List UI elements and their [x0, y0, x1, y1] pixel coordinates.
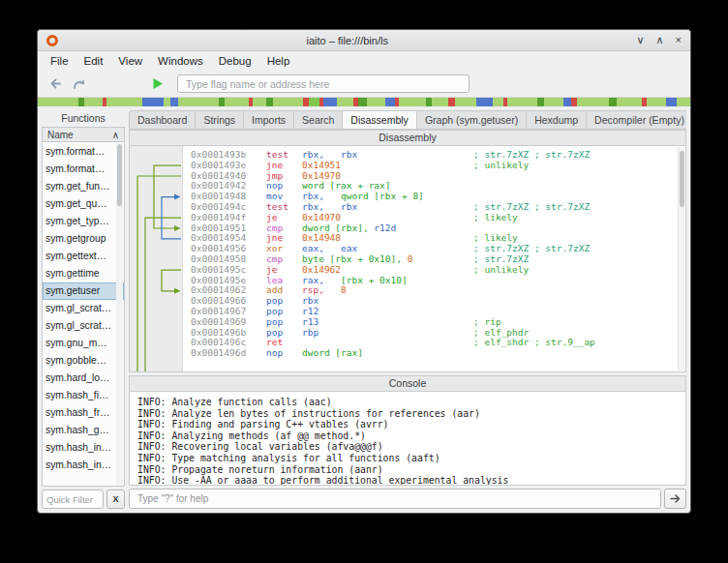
- seekbar-segment[interactable]: [164, 98, 170, 106]
- function-list-item[interactable]: sym.hash_fr…: [43, 404, 124, 422]
- play-icon[interactable]: [150, 76, 165, 91]
- functions-scrollbar-thumb[interactable]: [117, 144, 122, 206]
- disasm-row[interactable]: 0x00014951cmpdword [rbx], r12d: [191, 223, 685, 234]
- titlebar[interactable]: iaito – file:///bin/ls ∨ ∧ ×: [38, 30, 690, 51]
- seekbar-segment[interactable]: [577, 98, 610, 106]
- disasm-row[interactable]: 0x00014954jne0x14948; likely: [191, 233, 685, 244]
- seekbar-segment[interactable]: [170, 98, 178, 106]
- seekbar[interactable]: [38, 97, 690, 106]
- seekbar-segment[interactable]: [432, 98, 448, 106]
- seekbar-segment[interactable]: [563, 98, 571, 106]
- function-list-item[interactable]: sym.format…: [43, 161, 124, 178]
- seekbar-segment[interactable]: [666, 98, 677, 106]
- quick-filter-clear-button[interactable]: X: [106, 489, 125, 509]
- seekbar-segment[interactable]: [266, 98, 273, 106]
- back-arrow-icon[interactable]: [47, 75, 64, 92]
- seekbar-segment[interactable]: [358, 98, 366, 106]
- disasm-row[interactable]: 0x00014956xoreax, eax; str.7zXZ ; str.7z…: [191, 244, 685, 254]
- seekbar-segment[interactable]: [367, 98, 386, 106]
- seekbar-segment[interactable]: [476, 98, 493, 106]
- disasm-row[interactable]: 0x0001493ejne0x14951; unlikely: [191, 161, 685, 171]
- command-input[interactable]: [129, 489, 661, 509]
- seekbar-segment[interactable]: [309, 98, 319, 106]
- function-list-item[interactable]: sym.gnu_m…: [43, 335, 124, 352]
- disasm-row[interactable]: 0x0001495cje0x14962; unlikely: [191, 265, 685, 276]
- disasm-row[interactable]: 0x00014958cmpbyte [rbx + 0x10], 0; str.7…: [191, 254, 685, 265]
- menu-item-edit[interactable]: Edit: [76, 53, 111, 69]
- seekbar-segment[interactable]: [253, 98, 266, 106]
- minimize-icon[interactable]: ∨: [636, 35, 644, 45]
- maximize-icon[interactable]: ∧: [656, 35, 664, 45]
- forward-arrow-icon[interactable]: [71, 75, 87, 92]
- search-input[interactable]: [177, 74, 470, 93]
- function-list-item[interactable]: sym.get_typ…: [43, 213, 124, 230]
- disasm-row[interactable]: 0x00014942nopword [rax + rax]: [191, 181, 685, 192]
- function-list-item[interactable]: sym.hash_in…: [43, 457, 124, 474]
- seekbar-segment[interactable]: [84, 98, 104, 106]
- function-list-item[interactable]: sym.getuser: [43, 282, 124, 300]
- function-list-item[interactable]: sym.gobble…: [43, 352, 124, 370]
- disasm-row[interactable]: 0x0001496bpoprbp; elf_phdr: [191, 328, 685, 339]
- seekbar-segment[interactable]: [399, 98, 426, 106]
- function-list-item[interactable]: sym.getgroup: [43, 230, 124, 248]
- seekbar-segment[interactable]: [38, 98, 78, 106]
- function-list-item[interactable]: sym.get_fun…: [43, 178, 124, 195]
- tab-imports[interactable]: Imports: [244, 110, 294, 130]
- function-list-item[interactable]: sym.gl_scrat…: [43, 300, 124, 317]
- tab-strings[interactable]: Strings: [196, 110, 244, 130]
- seekbar-segment[interactable]: [323, 98, 337, 106]
- disasm-row[interactable]: 0x0001494ctestrbx, rbx; str.7zXZ ; str.7…: [191, 202, 685, 213]
- quick-filter-input[interactable]: [42, 489, 104, 509]
- disasm-row[interactable]: 0x0001496dnopdword [rax]: [191, 348, 685, 359]
- function-list-item[interactable]: sym.hash_fi…: [43, 387, 124, 404]
- seekbar-segment[interactable]: [142, 98, 164, 106]
- tab-decompiler-empty[interactable]: Decompiler (Empty): [587, 110, 686, 130]
- seekbar-segment[interactable]: [106, 98, 141, 106]
- disasm-row[interactable]: 0x0001494fje0x14970; likely: [191, 213, 685, 223]
- menu-item-view[interactable]: View: [110, 53, 150, 69]
- seekbar-segment[interactable]: [455, 98, 476, 106]
- functions-column-header[interactable]: Name ∧: [42, 127, 125, 142]
- disasm-row[interactable]: 0x00014962addrsp, 8: [191, 285, 685, 296]
- seekbar-segment[interactable]: [507, 98, 537, 106]
- menu-item-debug[interactable]: Debug: [211, 53, 259, 69]
- function-list-item[interactable]: sym.hash_in…: [43, 439, 124, 457]
- close-icon[interactable]: ×: [676, 35, 682, 45]
- disasm-row[interactable]: 0x0001496cret; elf_shdr ; str.9__ap: [191, 338, 685, 348]
- tab-hexdump[interactable]: Hexdump: [527, 110, 587, 130]
- menu-item-file[interactable]: File: [43, 53, 76, 69]
- seekbar-segment[interactable]: [337, 98, 353, 106]
- disasm-row[interactable]: 0x00014948movrbx, qword [rbx + 8]: [191, 192, 685, 202]
- disasm-row[interactable]: 0x0001493btestrbx, rbx; str.7zXZ ; str.7…: [191, 150, 685, 161]
- seekbar-segment[interactable]: [609, 98, 617, 106]
- disasm-row[interactable]: 0x00014967popr12: [191, 307, 685, 317]
- function-list-item[interactable]: sym.gettext…: [43, 248, 124, 265]
- console-panel-title[interactable]: Console: [129, 375, 686, 392]
- disasm-row[interactable]: 0x0001495elearax, [rbx + 0x10]: [191, 276, 685, 286]
- seekbar-segment[interactable]: [448, 98, 455, 106]
- disasm-row[interactable]: 0x00014966poprbx: [191, 296, 685, 307]
- seekbar-segment[interactable]: [647, 98, 666, 106]
- seekbar-segment[interactable]: [617, 98, 641, 106]
- disassembly-view[interactable]: 0x0001493btestrbx, rbx; str.7zXZ ; str.7…: [129, 146, 686, 372]
- function-list-item[interactable]: sym.gl_scrat…: [43, 317, 124, 335]
- seekbar-segment[interactable]: [537, 98, 544, 106]
- function-list-item[interactable]: sym.hash_g…: [43, 422, 124, 439]
- menu-item-help[interactable]: Help: [259, 53, 298, 69]
- disassembly-scrollbar[interactable]: [678, 147, 684, 370]
- tab-graph-sym-getuser[interactable]: Graph (sym.getuser): [417, 110, 527, 130]
- seekbar-segment[interactable]: [544, 98, 563, 106]
- seekbar-segment[interactable]: [677, 98, 690, 106]
- functions-scrollbar[interactable]: [116, 143, 123, 485]
- disasm-row[interactable]: 0x00014969popr13; rip: [191, 317, 685, 328]
- function-list-item[interactable]: sym.format…: [43, 143, 124, 161]
- menu-item-windows[interactable]: Windows: [150, 53, 211, 69]
- disassembly-scrollbar-thumb[interactable]: [680, 151, 684, 207]
- seekbar-segment[interactable]: [178, 98, 219, 106]
- function-list-item[interactable]: sym.gettime: [43, 265, 124, 282]
- seekbar-segment[interactable]: [493, 98, 503, 106]
- seekbar-segment[interactable]: [273, 98, 303, 106]
- seekbar-segment[interactable]: [385, 98, 395, 106]
- tab-search[interactable]: Search: [294, 110, 343, 130]
- seekbar-segment[interactable]: [225, 98, 249, 106]
